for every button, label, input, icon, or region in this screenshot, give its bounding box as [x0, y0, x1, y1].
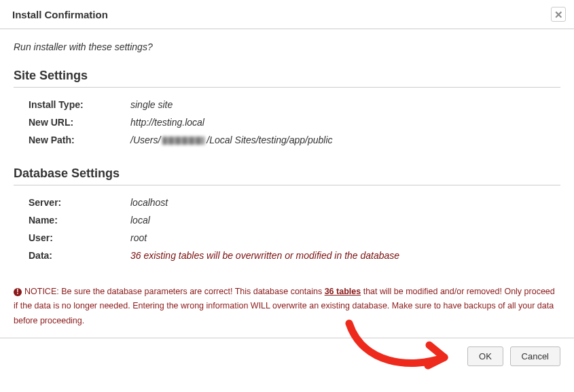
- dialog-footer: OK Cancel: [0, 338, 574, 374]
- path-suffix: /Local Sites/testing/app/public: [207, 135, 332, 145]
- cancel-button[interactable]: Cancel: [510, 346, 560, 366]
- install-type-value: single site: [130, 99, 173, 110]
- new-path-label: New Path:: [29, 135, 130, 145]
- dialog-header: Install Confirmation ✕: [0, 0, 574, 29]
- dialog-body: Run installer with these settings? Site …: [0, 29, 574, 338]
- new-path-value: /Users//Local Sites/testing/app/public: [130, 135, 333, 145]
- data-warning-value: 36 existing tables will be overwritten o…: [130, 250, 399, 261]
- db-name-label: Name:: [29, 215, 130, 226]
- row-new-url: New URL: http://testing.local: [29, 113, 560, 131]
- server-value: localhost: [130, 197, 168, 208]
- data-label: Data:: [29, 250, 130, 261]
- user-label: User:: [29, 232, 130, 243]
- close-icon: ✕: [554, 10, 563, 20]
- notice-text: !NOTICE: Be sure the database parameters…: [14, 282, 560, 328]
- path-prefix: /Users/: [130, 135, 160, 145]
- db-settings-table: Server: localhost Name: local User: root…: [29, 194, 560, 264]
- user-value: root: [130, 232, 147, 243]
- row-server: Server: localhost: [29, 194, 560, 211]
- close-button[interactable]: ✕: [551, 7, 566, 22]
- exclamation-icon: !: [14, 288, 22, 296]
- row-user: User: root: [29, 229, 560, 247]
- notice-prefix: NOTICE: Be sure the database parameters …: [24, 287, 325, 296]
- row-db-name: Name: local: [29, 211, 560, 229]
- db-name-value: local: [130, 215, 150, 226]
- row-new-path: New Path: /Users//Local Sites/testing/ap…: [29, 131, 560, 149]
- ok-button[interactable]: OK: [467, 346, 503, 366]
- site-settings-heading: Site Settings: [14, 69, 560, 88]
- new-url-value: http://testing.local: [130, 117, 204, 128]
- db-settings-heading: Database Settings: [14, 166, 560, 185]
- dialog-title: Install Confirmation: [12, 9, 108, 20]
- tables-link[interactable]: 36 tables: [325, 287, 361, 296]
- install-type-label: Install Type:: [29, 99, 130, 110]
- row-data: Data: 36 existing tables will be overwri…: [29, 247, 560, 264]
- server-label: Server:: [29, 197, 130, 208]
- site-settings-table: Install Type: single site New URL: http:…: [29, 96, 560, 149]
- row-install-type: Install Type: single site: [29, 96, 560, 113]
- new-url-label: New URL:: [29, 117, 130, 128]
- redacted-username: [162, 137, 204, 145]
- intro-text: Run installer with these settings?: [14, 41, 560, 52]
